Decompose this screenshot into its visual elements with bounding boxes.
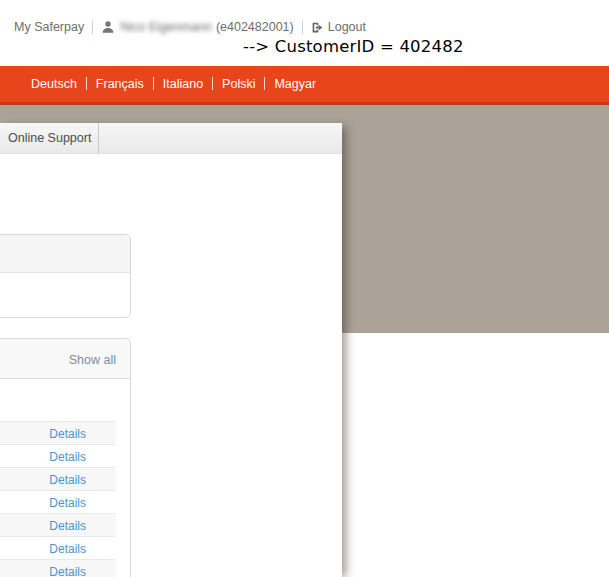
separator <box>302 20 303 34</box>
tab-online-support[interactable]: Online Support <box>8 123 91 154</box>
details-link[interactable]: Details <box>49 450 86 464</box>
transactions-table: Details Details Details Details Details … <box>0 421 116 577</box>
user-name: Nico Eigenmann <box>120 20 212 34</box>
table-row: Details <box>0 444 116 467</box>
user-account-id: (e402482001) <box>216 20 294 34</box>
table-row: Details <box>0 536 116 559</box>
separator <box>153 77 154 90</box>
customer-id-annotation: --> CustomerID = 402482 <box>243 37 464 56</box>
info-card <box>0 234 131 318</box>
top-bar-row: My Saferpay Nico Eigenmann (e402482001) … <box>14 18 366 36</box>
language-link-polski[interactable]: Polski <box>222 77 255 91</box>
language-bar: Deutsch Français Italiano Polski Magyar <box>0 66 609 105</box>
table-row: Details <box>0 559 116 577</box>
table-row: Details <box>0 421 116 444</box>
language-link-deutsch[interactable]: Deutsch <box>31 77 77 91</box>
language-link-italiano[interactable]: Italiano <box>163 77 203 91</box>
info-card-header <box>0 235 130 273</box>
logout-link[interactable]: Logout <box>328 20 366 34</box>
logout-icon <box>311 21 324 34</box>
details-link[interactable]: Details <box>49 496 86 510</box>
table-row: Details <box>0 513 116 536</box>
main-content-panel: Online Support Show all Details Details … <box>0 123 342 577</box>
tab-divider <box>98 123 99 153</box>
details-link[interactable]: Details <box>49 519 86 533</box>
top-bar: My Saferpay Nico Eigenmann (e402482001) … <box>0 0 609 66</box>
user-icon <box>101 20 115 34</box>
language-links: Deutsch Français Italiano Polski Magyar <box>31 75 316 92</box>
details-link[interactable]: Details <box>49 565 86 577</box>
show-all-link[interactable]: Show all <box>69 353 116 367</box>
tab-bar: Online Support <box>0 123 342 154</box>
language-link-magyar[interactable]: Magyar <box>274 77 316 91</box>
separator <box>212 77 213 90</box>
saferpay-backoffice-screen: My Saferpay Nico Eigenmann (e402482001) … <box>0 0 609 577</box>
separator <box>86 77 87 90</box>
details-link[interactable]: Details <box>49 473 86 487</box>
table-row: Details <box>0 467 116 490</box>
my-saferpay-link[interactable]: My Saferpay <box>14 20 84 34</box>
details-link[interactable]: Details <box>49 542 86 556</box>
transactions-card: Show all Details Details Details Details… <box>0 338 131 577</box>
details-link[interactable]: Details <box>49 427 86 441</box>
language-link-francais[interactable]: Français <box>96 77 144 91</box>
table-row: Details <box>0 490 116 513</box>
separator <box>264 77 265 90</box>
transactions-card-header: Show all <box>0 339 130 379</box>
separator <box>92 20 93 34</box>
